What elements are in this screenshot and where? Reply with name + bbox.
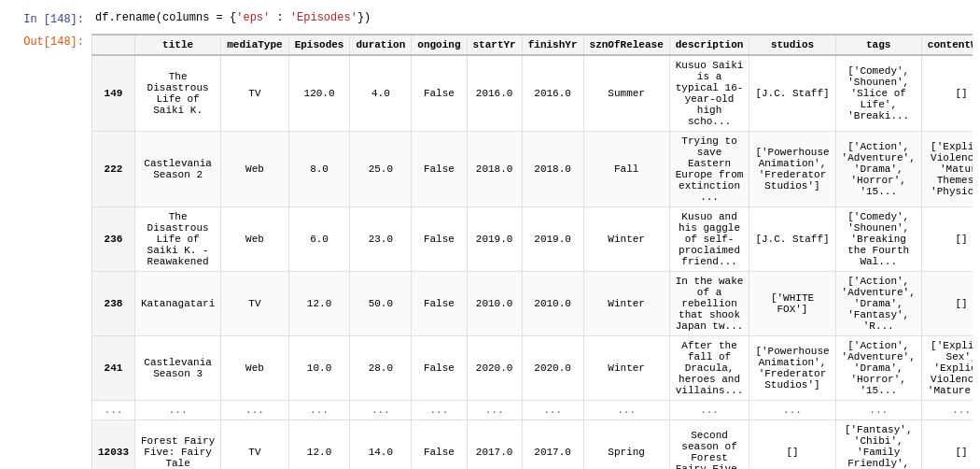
table-cell: 2020.0: [467, 336, 522, 401]
table-row: 238KatanagatariTV12.050.0False2010.02010…: [92, 272, 973, 336]
ellipsis-cell: ...: [467, 401, 522, 420]
table-cell: 2019.0: [467, 207, 522, 272]
table-cell: Web: [221, 207, 288, 272]
output-label: Out[148]:: [7, 34, 91, 49]
table-cell: ['Action', 'Adventure', 'Drama', 'Horror…: [835, 336, 921, 401]
table-cell: Kusuo Saiki is a typical 16-year-old hig…: [669, 55, 749, 132]
table-cell: ['Action', 'Adventure', 'Drama', 'Horror…: [835, 132, 921, 207]
table-cell: Spring: [583, 420, 669, 470]
table-cell: 2016.0: [522, 55, 583, 132]
ellipsis-cell: ...: [221, 401, 288, 420]
ellipsis-cell: ...: [522, 401, 583, 420]
table-cell: TV: [221, 420, 288, 470]
ellipsis-cell: ...: [412, 401, 467, 420]
table-cell: []: [921, 420, 973, 470]
table-cell: False: [412, 207, 467, 272]
table-cell: 2018.0: [522, 132, 583, 207]
table-cell: False: [412, 272, 467, 336]
table-cell: ['Explicit Violence', 'Mature Themes', '…: [921, 132, 973, 207]
col-header-description: description: [669, 35, 749, 55]
col-header-sznofrelease: sznOfRelease: [583, 35, 669, 55]
table-cell: 6.0: [288, 207, 350, 272]
col-header-studios: studios: [749, 35, 835, 55]
table-cell: Fall: [583, 132, 669, 207]
table-cell: [J.C. Staff]: [749, 55, 835, 132]
table-cell: In the wake of a rebellion that shook Ja…: [669, 272, 749, 336]
table-cell: 8.0: [288, 132, 350, 207]
table-ellipsis-row: ........................................…: [92, 401, 973, 420]
ellipsis-cell: ...: [92, 401, 135, 420]
output-cell: Out[148]: title mediaType Episodes durat…: [0, 30, 980, 469]
table-cell: ['Powerhouse Animation', 'Frederator Stu…: [749, 132, 835, 207]
table-cell: ['WHITE FOX']: [749, 272, 835, 336]
table-cell-index: 238: [92, 272, 135, 336]
table-cell: []: [749, 420, 835, 470]
table-cell: TV: [221, 55, 288, 132]
table-cell: Web: [221, 336, 288, 401]
col-header-mediatype: mediaType: [221, 35, 288, 55]
table-cell: 2019.0: [522, 207, 583, 272]
table-cell: 50.0: [350, 272, 412, 336]
table-cell: Trying to save Eastern Europe from extin…: [669, 132, 749, 207]
table-cell: False: [412, 132, 467, 207]
code-text: df.rename(columns = {'eps' : 'Episodes'}…: [95, 11, 371, 24]
table-cell: 14.0: [350, 420, 412, 470]
table-cell: False: [412, 336, 467, 401]
table-cell: 10.0: [288, 336, 350, 401]
table-cell: 4.0: [350, 55, 412, 132]
table-cell: ['Explicit Sex', 'Explicit Violence', 'M…: [921, 336, 973, 401]
table-cell: 23.0: [350, 207, 412, 272]
table-cell: The Disastrous Life of Saiki K.: [135, 55, 221, 132]
table-cell: ['Powerhouse Animation', 'Frederator Stu…: [749, 336, 835, 401]
table-cell: ['Comedy', 'Shounen', 'Slice of Life', '…: [835, 55, 921, 132]
table-cell: 12.0: [288, 272, 350, 336]
table-cell-index: 222: [92, 132, 135, 207]
table-cell: ['Fantasy', 'Chibi', 'Family Friendly', …: [835, 420, 921, 470]
ellipsis-cell: ...: [669, 401, 749, 420]
col-header-episodes: Episodes: [288, 35, 350, 55]
table-cell-index: 236: [92, 207, 135, 272]
table-cell: Castlevania Season 3: [135, 336, 221, 401]
ellipsis-cell: ...: [921, 401, 973, 420]
input-label: In [148]:: [7, 11, 91, 26]
table-header-row: title mediaType Episodes duration ongoin…: [92, 35, 973, 55]
table-cell: [J.C. Staff]: [749, 207, 835, 272]
table-cell: False: [412, 55, 467, 132]
table-cell: ['Action', 'Adventure', 'Drama', 'Fantas…: [835, 272, 921, 336]
table-cell: []: [921, 207, 973, 272]
col-header-tags: tags: [835, 35, 921, 55]
table-cell: []: [921, 272, 973, 336]
table-cell: 2017.0: [467, 420, 522, 470]
table-cell: 25.0: [350, 132, 412, 207]
table-cell: Kusuo and his gaggle of self-proclaimed …: [669, 207, 749, 272]
table-row: 222Castlevania Season 2Web8.025.0False20…: [92, 132, 973, 207]
table-cell-index: 149: [92, 55, 135, 132]
ellipsis-cell: ...: [288, 401, 350, 420]
table-cell: TV: [221, 272, 288, 336]
table-row: 241Castlevania Season 3Web10.028.0False2…: [92, 336, 973, 401]
table-cell: After the fall of Dracula, heroes and vi…: [669, 336, 749, 401]
dataframe-table: title mediaType Episodes duration ongoin…: [91, 34, 973, 469]
table-cell: 2020.0: [522, 336, 583, 401]
table-cell: Katanagatari: [135, 272, 221, 336]
ellipsis-cell: ...: [835, 401, 921, 420]
table-cell: 2017.0: [522, 420, 583, 470]
input-code: df.rename(columns = {'eps' : 'Episodes'}…: [91, 11, 973, 24]
ellipsis-cell: ...: [583, 401, 669, 420]
table-row: 236The Disastrous Life of Saiki K. - Rea…: [92, 207, 973, 272]
table-cell: Second season of Forest Fairy Five.: [669, 420, 749, 470]
col-header-duration: duration: [350, 35, 412, 55]
table-row: 149The Disastrous Life of Saiki K.TV120.…: [92, 55, 973, 132]
table-cell: Summer: [583, 55, 669, 132]
table-cell: Winter: [583, 207, 669, 272]
ellipsis-cell: ...: [350, 401, 412, 420]
table-cell-index: 241: [92, 336, 135, 401]
col-header-ongoing: ongoing: [412, 35, 467, 55]
table-cell: The Disastrous Life of Saiki K. - Reawak…: [135, 207, 221, 272]
ellipsis-cell: ...: [135, 401, 221, 420]
table-cell: ['Comedy', 'Shounen', 'Breaking the Four…: [835, 207, 921, 272]
col-header-index: [92, 35, 135, 55]
table-row: 12033Forest Fairy Five: Fairy TaleTV12.0…: [92, 420, 973, 470]
table-cell: False: [412, 420, 467, 470]
table-cell-index: 12033: [92, 420, 135, 470]
